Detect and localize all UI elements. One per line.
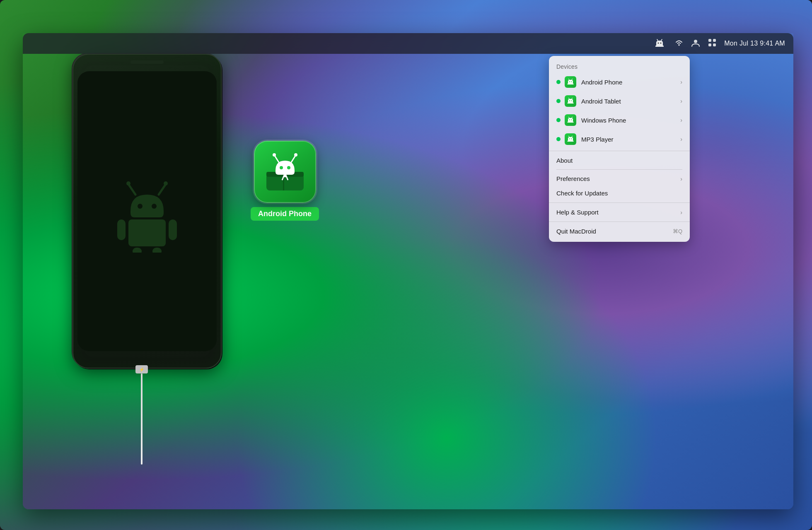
menu-item-help-support[interactable]: Help & Support › — [549, 205, 690, 219]
macdroid-icon-svg — [655, 39, 665, 48]
svg-line-33 — [569, 79, 570, 80]
svg-point-29 — [280, 166, 283, 169]
macdroid-icon-artwork — [262, 149, 308, 195]
svg-rect-10 — [713, 43, 716, 46]
mp3-player-icon — [565, 133, 576, 145]
svg-rect-17 — [128, 219, 166, 246]
svg-line-11 — [128, 184, 135, 195]
svg-point-32 — [571, 81, 572, 82]
svg-point-14 — [164, 181, 168, 186]
menu-item-android-phone[interactable]: Android Phone › — [549, 72, 690, 92]
svg-point-42 — [571, 119, 572, 120]
menu-item-about[interactable]: About — [549, 153, 690, 168]
phone-notch — [130, 60, 164, 64]
divider-1 — [549, 151, 690, 151]
svg-point-0 — [658, 43, 659, 44]
svg-rect-20 — [133, 248, 142, 253]
svg-line-43 — [569, 117, 570, 118]
svg-rect-9 — [708, 43, 711, 46]
svg-point-16 — [152, 204, 157, 209]
svg-line-25 — [275, 156, 279, 162]
svg-point-36 — [569, 100, 570, 101]
svg-rect-24 — [283, 172, 284, 190]
mp3-player-chevron: › — [680, 136, 682, 142]
context-menu: Devices Android Phone › — [549, 56, 690, 242]
help-support-chevron: › — [680, 209, 682, 216]
menu-item-android-tablet[interactable]: Android Tablet › — [549, 92, 690, 111]
phone-illustration: ⚡ — [64, 54, 238, 468]
menu-item-check-updates[interactable]: Check for Updates — [549, 186, 690, 200]
svg-rect-19 — [169, 219, 177, 240]
svg-rect-23 — [266, 172, 304, 177]
control-center-icon — [708, 38, 717, 49]
menubar: Mon Jul 13 9:41 AM — [23, 33, 793, 54]
svg-point-30 — [287, 166, 290, 169]
android-phone-label: Android Phone — [581, 79, 680, 86]
user-icon — [691, 38, 700, 49]
app-icon-label: Android Phone — [251, 207, 319, 221]
svg-line-49 — [572, 136, 573, 137]
svg-point-28 — [294, 153, 297, 157]
menu-item-quit[interactable]: Quit MacDroid ⌘Q — [549, 224, 690, 238]
svg-rect-7 — [708, 39, 711, 42]
svg-point-27 — [273, 153, 276, 157]
svg-rect-4 — [655, 46, 664, 47]
svg-line-38 — [569, 98, 570, 99]
usb-wire — [141, 373, 143, 465]
menu-item-mp3-player[interactable]: MP3 Player › — [549, 130, 690, 149]
preferences-label: Preferences — [556, 175, 680, 182]
svg-rect-50 — [568, 141, 574, 142]
android-tablet-icon — [565, 95, 576, 107]
menubar-right: Mon Jul 13 9:41 AM — [652, 36, 785, 51]
usb-cable: ⚡ — [135, 365, 148, 465]
quit-label: Quit MacDroid — [556, 228, 669, 235]
svg-line-34 — [572, 79, 573, 80]
macdroid-menubar-icon[interactable] — [652, 36, 667, 51]
android-tablet-label: Android Tablet — [581, 98, 680, 105]
phone-body — [72, 54, 222, 369]
svg-rect-45 — [568, 122, 574, 123]
svg-line-26 — [291, 156, 295, 162]
main-window: Mon Jul 13 9:41 AM — [23, 33, 793, 509]
svg-line-2 — [657, 39, 658, 41]
android-tablet-chevron: › — [680, 98, 682, 104]
svg-point-13 — [126, 181, 130, 186]
svg-line-39 — [572, 98, 573, 99]
svg-point-31 — [569, 81, 570, 82]
svg-point-6 — [694, 40, 697, 43]
menu-item-windows-phone[interactable]: Windows Phone › — [549, 111, 690, 130]
preferences-chevron: › — [680, 176, 682, 182]
svg-point-47 — [571, 138, 572, 139]
device-status-dot-android-phone — [556, 80, 561, 84]
quit-shortcut: ⌘Q — [673, 228, 682, 234]
svg-line-12 — [159, 184, 166, 195]
help-support-label: Help & Support — [556, 209, 680, 216]
windows-phone-icon — [565, 114, 576, 126]
device-status-dot-mp3-player — [556, 137, 561, 141]
android-logo — [106, 170, 188, 253]
divider-4 — [549, 222, 690, 222]
usb-connector: ⚡ — [135, 365, 148, 373]
desktop: Mon Jul 13 9:41 AM — [0, 0, 812, 530]
windows-phone-chevron: › — [680, 117, 682, 123]
svg-rect-22 — [266, 174, 304, 190]
menubar-datetime: Mon Jul 13 9:41 AM — [724, 40, 785, 47]
svg-rect-35 — [568, 84, 574, 84]
macdroid-app-icon[interactable] — [254, 141, 316, 203]
divider-2 — [556, 169, 682, 170]
divider-3 — [549, 202, 690, 203]
android-robot-svg — [106, 170, 188, 253]
svg-rect-21 — [152, 248, 162, 253]
menu-item-preferences[interactable]: Preferences › — [549, 171, 690, 186]
android-phone-chevron: › — [680, 79, 682, 85]
app-icon-desktop[interactable]: Android Phone — [251, 141, 319, 221]
mp3-player-label: MP3 Player — [581, 136, 680, 143]
windows-phone-label: Windows Phone — [581, 117, 680, 124]
check-updates-label: Check for Updates — [556, 190, 682, 197]
svg-rect-18 — [117, 219, 126, 240]
svg-line-48 — [569, 136, 570, 137]
phone-screen — [77, 71, 217, 351]
svg-rect-40 — [568, 103, 574, 104]
android-phone-icon — [565, 76, 576, 88]
devices-section-label: Devices — [549, 59, 690, 72]
